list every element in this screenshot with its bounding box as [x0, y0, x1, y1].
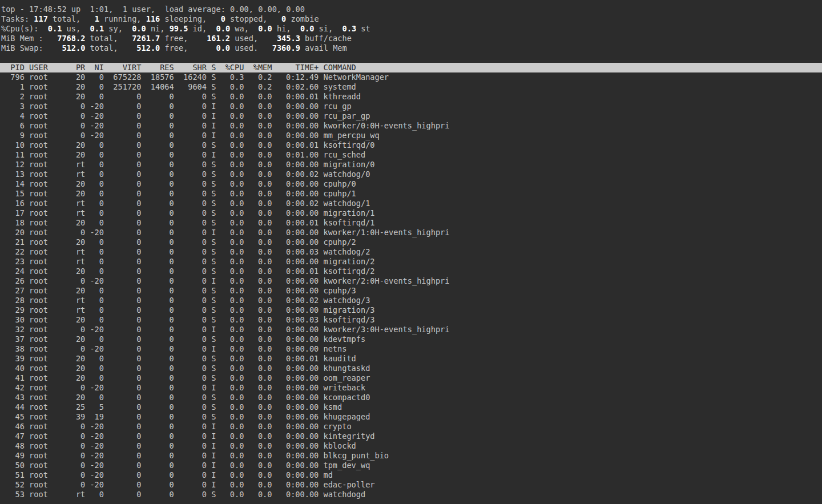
cell-shr: 0 — [179, 267, 207, 276]
cell-time: 0:00.00 — [277, 470, 319, 480]
cell-mem: 0.0 — [249, 344, 272, 354]
cell-command: oom_reaper — [323, 373, 370, 383]
column-header-mem: %MEM — [249, 63, 272, 72]
cell-s: S — [211, 247, 216, 257]
cell-time: 0:00.02 — [277, 296, 319, 305]
cell-command: rcu_par_gp — [323, 111, 370, 121]
summary-segment: MiB Swap: — [1, 43, 62, 53]
top-summary-line-uptime: top - 17:48:52 up 1:01, 1 user, load ave… — [0, 5, 822, 14]
cell-ni: -20 — [90, 383, 104, 393]
cell-time: 0:00.01 — [277, 218, 319, 228]
cell-user: root — [29, 441, 66, 451]
cell-cpu: 0.0 — [220, 422, 244, 432]
cell-pid: 29 — [1, 305, 25, 315]
cell-pid: 21 — [1, 237, 25, 247]
process-row: 4root0-20000I0.00.00:00.00rcu_par_gp — [0, 111, 822, 121]
cell-s: S — [211, 490, 216, 499]
cell-res: 0 — [146, 218, 174, 228]
cell-shr: 0 — [179, 432, 207, 441]
cell-ni: 0 — [90, 208, 104, 218]
cell-s: I — [211, 344, 216, 354]
cell-command: ksoftirqd/1 — [323, 218, 374, 228]
cell-s: I — [211, 480, 216, 490]
column-header-res: RES — [146, 63, 174, 72]
process-row: 37root200000S0.00.00:00.00kdevtmpfs — [0, 334, 822, 344]
cell-ni: 0 — [90, 170, 104, 179]
cell-shr: 0 — [179, 296, 207, 305]
cell-ni: -20 — [90, 461, 104, 470]
cell-shr: 0 — [179, 383, 207, 393]
cell-ni: 0 — [90, 150, 104, 160]
cell-time: 0:00.00 — [277, 160, 319, 170]
cell-s: I — [211, 461, 216, 470]
cell-virt: 0 — [108, 422, 141, 432]
cell-pid: 10 — [1, 140, 25, 150]
cell-pid: 11 — [1, 150, 25, 160]
cell-time: 0:00.06 — [277, 412, 319, 422]
summary-segment: 1 — [95, 14, 99, 23]
cell-pr: rt — [71, 160, 86, 170]
cell-pid: 44 — [1, 402, 25, 412]
terminal-screen[interactable]: top - 17:48:52 up 1:01, 1 user, load ave… — [0, 0, 822, 504]
cell-cpu: 0.0 — [220, 383, 244, 393]
cell-pid: 26 — [1, 276, 25, 286]
summary-segment: 0.1 — [90, 24, 104, 33]
cell-user: root — [29, 208, 66, 218]
cell-pr: 0 — [71, 344, 86, 354]
cell-cpu: 0.0 — [220, 237, 244, 247]
cell-pr: 0 — [71, 461, 86, 470]
cell-time: 0:00.01 — [277, 354, 319, 364]
column-header-virt: VIRT — [108, 63, 141, 72]
cell-ni: 0 — [90, 199, 104, 208]
cell-user: root — [29, 451, 66, 461]
cell-time: 0:12.49 — [277, 72, 319, 82]
cell-res: 0 — [146, 257, 174, 267]
cell-mem: 0.0 — [249, 218, 272, 228]
cell-mem: 0.0 — [249, 490, 272, 499]
summary-segment: total, — [48, 14, 95, 23]
cell-cpu: 0.0 — [220, 373, 244, 383]
cell-user: root — [29, 325, 66, 334]
cell-virt: 0 — [108, 111, 141, 121]
cell-pr: 20 — [71, 140, 86, 150]
cell-cpu: 0.0 — [220, 412, 244, 422]
cell-mem: 0.0 — [249, 334, 272, 344]
summary-segment: st — [356, 24, 370, 33]
cell-ni: 0 — [90, 354, 104, 364]
summary-segment: 7360.9 — [272, 43, 300, 53]
cell-res: 0 — [146, 412, 174, 422]
cell-shr: 16240 — [179, 72, 207, 82]
cell-user: root — [29, 470, 66, 480]
cell-s: S — [211, 267, 216, 276]
cell-command: kworker/1:0H-events_highpri — [323, 228, 449, 237]
cell-virt: 0 — [108, 179, 141, 189]
cell-pid: 27 — [1, 286, 25, 296]
cell-virt: 0 — [108, 131, 141, 140]
cell-res: 0 — [146, 432, 174, 441]
process-row: 9root0-20000I0.00.00:00.00mm_percpu_wq — [0, 131, 822, 140]
cell-command: tpm_dev_wq — [323, 461, 370, 470]
cell-pr: 0 — [71, 451, 86, 461]
cell-command: kcompactd0 — [323, 393, 370, 402]
cell-cpu: 0.0 — [220, 208, 244, 218]
process-row: 32root0-20000I0.00.00:00.00kworker/3:0H-… — [0, 325, 822, 334]
cell-time: 0:00.00 — [277, 383, 319, 393]
cell-res: 0 — [146, 364, 174, 373]
cell-mem: 0.0 — [249, 373, 272, 383]
cell-s: S — [211, 179, 216, 189]
summary-segment: Tasks: — [1, 14, 34, 23]
cell-user: root — [29, 237, 66, 247]
cell-mem: 0.0 — [249, 131, 272, 140]
cell-pid: 46 — [1, 422, 25, 432]
cell-shr: 0 — [179, 140, 207, 150]
cell-res: 0 — [146, 170, 174, 179]
cell-pr: rt — [71, 199, 86, 208]
summary-segment: total, — [85, 43, 136, 53]
process-row: 45root3919000S0.00.00:00.06khugepaged — [0, 412, 822, 422]
cell-ni: 0 — [90, 334, 104, 344]
cell-time: 0:00.00 — [277, 179, 319, 189]
process-row: 26root0-20000I0.00.00:00.00kworker/2:0H-… — [0, 276, 822, 286]
cell-s: S — [211, 160, 216, 170]
cell-command: watchdog/2 — [323, 247, 370, 257]
cell-mem: 0.0 — [249, 402, 272, 412]
